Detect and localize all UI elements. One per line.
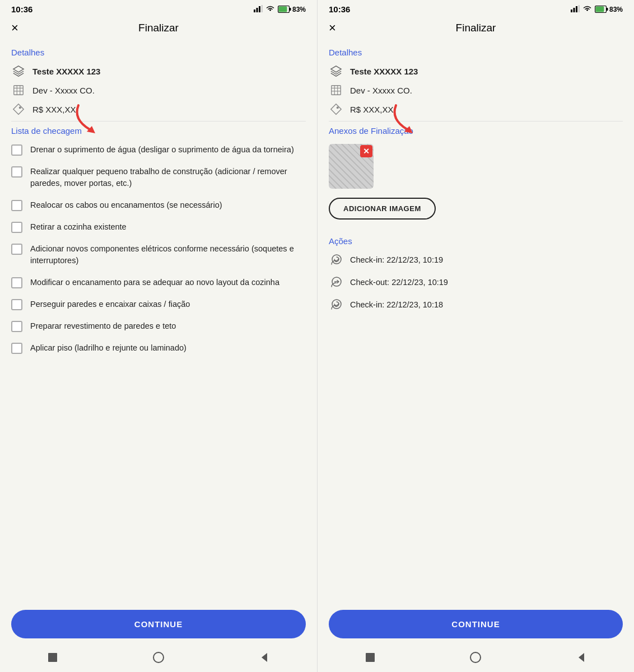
continue-button-left[interactable]: CONTINUE	[11, 610, 306, 638]
nav-circle-right[interactable]	[468, 650, 483, 665]
checkbox-7[interactable]	[11, 321, 22, 332]
signal-icon-right	[571, 5, 580, 14]
checklist-text-6: Perseguir paredes e encaixar caixas / fi…	[30, 298, 190, 310]
checklist-label-left: Lista de checagem	[11, 126, 82, 136]
top-bar-right: × Finalizar	[318, 16, 634, 40]
svg-point-37	[470, 652, 481, 662]
action-item-1: Check-out: 22/12/23, 10:19	[329, 275, 623, 290]
svg-rect-26	[332, 86, 341, 95]
battery-icon-right: 83%	[595, 6, 623, 13]
checkbox-3[interactable]	[11, 222, 22, 233]
details-label-left: Detalhes	[11, 48, 306, 57]
building-icon-left	[11, 83, 26, 97]
status-bar-left: 10:36 83%	[0, 0, 317, 16]
svg-point-31	[337, 107, 338, 109]
time-right: 10:36	[329, 4, 350, 14]
nav-bar-right	[318, 644, 634, 672]
checklist-item-3: Retirar a cozinha existente	[11, 221, 306, 233]
svg-rect-3	[261, 5, 263, 12]
checkin-icon-0	[329, 253, 343, 267]
checklist-section-left: Lista de checagem	[11, 126, 306, 136]
detail-text-company-left: Dev - Xxxxx CO.	[32, 86, 95, 95]
content-right: Detalhes Teste XXXXX 123 Dev - Xxxxx CO.…	[318, 40, 634, 603]
svg-point-33	[332, 255, 341, 264]
svg-rect-19	[573, 8, 575, 12]
close-button-right[interactable]: ×	[329, 21, 336, 35]
svg-rect-15	[48, 653, 57, 662]
nav-back-right[interactable]	[574, 650, 589, 665]
detail-text-company-right: Dev - Xxxxx CO.	[350, 86, 412, 95]
svg-marker-17	[262, 653, 267, 662]
checklist-item-5: Modificar o encanamento para se adequar …	[11, 277, 306, 288]
detail-text-name-right: Teste XXXXX 123	[350, 67, 418, 76]
content-left: Detalhes Teste XXXXX 123 Dev - Xxxxx CO.…	[0, 40, 317, 603]
svg-point-16	[153, 652, 164, 662]
svg-point-35	[332, 300, 341, 309]
svg-marker-7	[13, 66, 24, 72]
svg-rect-6	[278, 7, 287, 12]
left-panel: 10:36 83% × Finalizar Detalhes Teste XXX…	[0, 0, 317, 672]
checklist-item-8: Aplicar piso (ladrilho e rejunte ou lami…	[11, 342, 306, 354]
detail-item-1-left: Dev - Xxxxx CO.	[11, 83, 306, 97]
detail-text-price-right: R$ XXX,XX	[350, 105, 394, 114]
checklist-text-3: Retirar a cozinha existente	[30, 221, 127, 233]
time-left: 10:36	[11, 4, 32, 14]
checklist-text-4: Adicionar novos componentes elétricos co…	[30, 243, 306, 267]
checkbox-1[interactable]	[11, 166, 22, 178]
svg-rect-0	[254, 10, 255, 12]
checkbox-4[interactable]	[11, 244, 22, 255]
checklist-item-7: Preparar revestimento de paredes e teto	[11, 320, 306, 332]
checkin-icon-2	[329, 297, 343, 312]
attachments-label-right: Anexos de Finalização	[329, 126, 413, 136]
layers-icon-left	[11, 64, 26, 78]
svg-rect-2	[259, 6, 260, 12]
detail-item-1-right: Dev - Xxxxx CO.	[329, 83, 623, 97]
nav-square-right[interactable]	[362, 650, 378, 665]
action-text-2: Check-in: 22/12/23, 10:18	[350, 300, 443, 309]
checkbox-8[interactable]	[11, 343, 22, 354]
svg-rect-1	[256, 8, 258, 12]
checklist-item-1: Realizar qualquer pequeno trabalho de co…	[11, 166, 306, 189]
detail-item-2-left: R$ XXX,XX	[11, 102, 306, 116]
action-item-0: Check-in: 22/12/23, 10:19	[329, 253, 623, 267]
checkbox-0[interactable]	[11, 144, 22, 156]
checkbox-2[interactable]	[11, 200, 22, 211]
attachments-section-right: Anexos de Finalização	[329, 126, 623, 136]
checkout-icon-1	[329, 275, 343, 290]
detail-text-name-left: Teste XXXXX 123	[32, 67, 100, 76]
building-icon-right	[329, 83, 343, 97]
bottom-bar-right: CONTINUE	[318, 603, 634, 644]
checklist-item-6: Perseguir paredes e encaixar caixas / fi…	[11, 298, 306, 310]
bottom-bar-left: CONTINUE	[0, 603, 317, 644]
svg-rect-21	[578, 5, 580, 12]
tag-icon-left	[11, 102, 26, 116]
signal-icon-left	[254, 5, 263, 14]
checklist-text-5: Modificar o encanamento para se adequar …	[30, 277, 279, 288]
detail-text-price-left: R$ XXX,XX	[32, 105, 76, 114]
detail-item-0-right: Teste XXXXX 123	[329, 64, 623, 78]
svg-rect-23	[606, 8, 608, 11]
svg-marker-25	[331, 66, 341, 72]
nav-square-left[interactable]	[45, 650, 60, 665]
checklist-item-2: Realocar os cabos ou encanamentos (se ne…	[11, 199, 306, 211]
details-label-right: Detalhes	[329, 48, 623, 57]
checklist-text-7: Preparar revestimento de paredes e teto	[30, 320, 176, 332]
checklist-left: Drenar o suprimento de água (desligar o …	[11, 144, 306, 354]
status-bar-right: 10:36 83%	[318, 0, 634, 16]
checkbox-6[interactable]	[11, 299, 22, 310]
checkbox-5[interactable]	[11, 277, 22, 288]
page-title-left: Finalizar	[138, 22, 179, 34]
checklist-text-0: Drenar o suprimento de água (desligar o …	[30, 144, 294, 156]
nav-circle-left[interactable]	[151, 650, 166, 665]
close-button-left[interactable]: ×	[11, 21, 18, 35]
nav-back-left[interactable]	[257, 650, 272, 665]
remove-attachment-button[interactable]: ✕	[360, 145, 372, 157]
layers-icon-right	[329, 64, 343, 78]
add-image-button[interactable]: ADICIONAR IMAGEM	[329, 198, 436, 220]
checklist-item-0: Drenar o suprimento de água (desligar o …	[11, 144, 306, 156]
battery-icon-left: 83%	[278, 6, 306, 13]
continue-button-right[interactable]: CONTINUE	[329, 610, 623, 638]
detail-item-2-right: R$ XXX,XX	[329, 102, 623, 116]
action-item-2: Check-in: 22/12/23, 10:18	[329, 297, 623, 312]
svg-point-13	[19, 107, 21, 109]
